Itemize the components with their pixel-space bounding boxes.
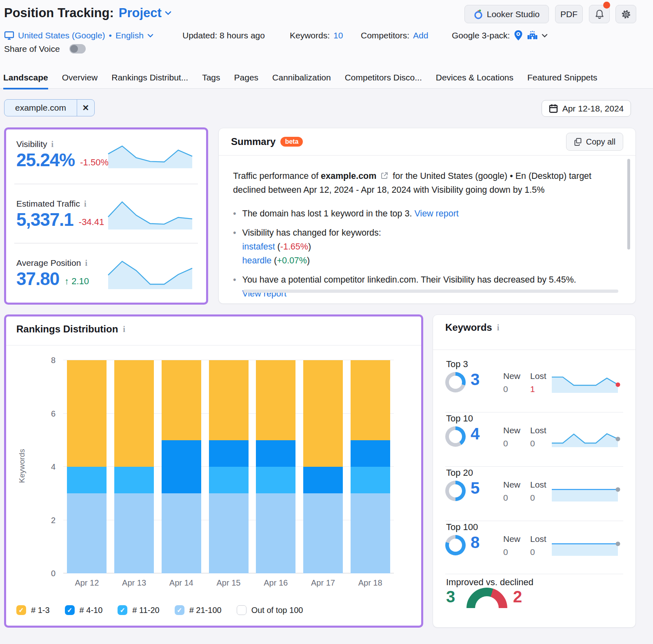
project-selector[interactable]: Project [119,6,171,20]
bar-column-apr-16[interactable] [256,360,295,573]
summary-body: Traffic performance of example.com for t… [233,169,607,306]
tab-overview[interactable]: Overview [62,73,98,89]
y-axis-ticks: 02468 [41,360,59,573]
bar-segment[interactable] [209,493,249,573]
bar-segment[interactable] [162,440,201,494]
traffic-label: Estimated Traffic [16,199,80,209]
keyword-change-negative: -1.65% [280,242,308,252]
bar-segment[interactable] [256,467,295,493]
location-link[interactable]: United States (Google) [18,31,105,40]
bar-segment[interactable] [209,440,249,467]
info-icon[interactable]: i [51,140,53,149]
summary-scrollbar-horizontal[interactable] [243,290,618,293]
bar-segment[interactable] [303,493,343,573]
business-building-icon[interactable] [527,30,538,41]
keyword-range-label: Top 10 [446,413,473,424]
bar-column-apr-14[interactable] [162,360,201,573]
bar-segment[interactable] [351,360,390,440]
info-icon[interactable]: i [497,323,500,332]
unchecked-checkbox-icon[interactable] [237,605,247,615]
updated-text: Updated: 8 hours ago [182,31,265,40]
donut-hole [449,484,462,497]
tab-devices-locations[interactable]: Devices & Locations [436,73,513,89]
bar-segment[interactable] [256,440,295,467]
legend-label: # 21-100 [189,606,222,615]
info-icon[interactable]: i [84,199,87,209]
bar-segment[interactable] [303,467,343,493]
bar-column-apr-15[interactable] [209,360,249,573]
bar-segment[interactable] [162,360,201,440]
bar-segment[interactable] [256,360,295,440]
pdf-button[interactable]: PDF [555,5,583,23]
checked-checkbox-icon[interactable]: ✓ [65,605,75,615]
external-link-icon[interactable] [380,172,389,180]
summary-scrollbar-vertical[interactable] [627,159,630,250]
tab-cannibalization[interactable]: Cannibalization [272,73,331,89]
bar-segment[interactable] [67,467,107,493]
bar-segment[interactable] [67,360,107,467]
keyword-link-instafest[interactable]: instafest [242,242,275,252]
bar-segment[interactable] [209,467,249,493]
copy-all-button[interactable]: Copy all [566,133,623,151]
bar-segment[interactable] [303,360,343,467]
checked-checkbox-icon[interactable]: ✓ [16,605,26,615]
bar-segment[interactable] [114,360,154,467]
summary-intro: Traffic performance of example.com for t… [233,169,607,197]
lost-value: 0 [530,493,535,503]
looker-studio-button[interactable]: Looker Studio [464,5,549,23]
bar-segment[interactable] [114,493,154,573]
tab-competitors-discovery[interactable]: Competitors Disco... [345,73,422,89]
visibility-label-row: Visibility i [16,139,53,149]
bar-column-apr-13[interactable] [114,360,154,573]
checked-checkbox-icon[interactable]: ✓ [175,605,184,615]
language-link[interactable]: English [115,31,144,40]
add-competitors-link[interactable]: Add [413,31,428,40]
bar-segment[interactable] [351,467,390,493]
bar-segment[interactable] [114,467,154,493]
info-icon[interactable]: i [123,325,125,334]
tab-tags[interactable]: Tags [202,73,220,89]
chevron-down-icon[interactable] [542,34,548,38]
rankings-legend: ✓# 1-3✓# 4-10✓# 11-20✓# 21-100Out of top… [16,605,303,615]
tab-pages[interactable]: Pages [234,73,259,89]
bar-column-apr-18[interactable] [351,360,390,573]
bar-segment[interactable] [67,493,107,573]
domain-filter-chip[interactable]: example.com ✕ [4,99,95,116]
legend-item[interactable]: ✓# 4-10 [65,605,103,615]
legend-item[interactable]: ✓# 1-3 [16,605,50,615]
settings-button[interactable] [615,5,636,23]
info-icon[interactable]: i [85,258,87,268]
bar-column-apr-12[interactable] [67,360,107,573]
legend-item[interactable]: ✓# 21-100 [175,605,222,615]
legend-item[interactable]: Out of top 100 [237,605,303,615]
improved-declined-label: Improved vs. declined [446,577,533,588]
x-tick-label: Apr 18 [346,578,395,588]
target-selector[interactable]: United States (Google) • English [4,30,153,41]
bar-segment[interactable] [209,360,249,440]
tab-featured-snippets[interactable]: Featured Snippets [527,73,597,89]
keyword-link-heardle[interactable]: heardle [242,256,272,265]
bar-segment[interactable] [256,493,295,573]
visibility-label: Visibility [16,139,47,149]
share-of-voice-toggle[interactable] [69,44,86,53]
keyword-trend-sparkline [551,372,622,393]
legend-item[interactable]: ✓# 11-20 [118,605,159,615]
checked-checkbox-icon[interactable]: ✓ [118,605,127,615]
y-tick-label: 8 [51,356,56,365]
tab-landscape[interactable]: Landscape [3,73,48,89]
location-pin-icon[interactable] [513,30,523,41]
keywords-count-link[interactable]: 10 [333,31,343,40]
summary-header: Summary beta Copy all [219,128,635,156]
tab-rankings-distribution[interactable]: Rankings Distribut... [111,73,188,89]
bar-column-apr-17[interactable] [303,360,343,573]
bar-segment[interactable] [351,493,390,573]
bar-segment[interactable] [351,440,390,467]
remove-filter-icon[interactable]: ✕ [77,100,94,116]
view-report-link[interactable]: View report [414,209,458,218]
bullet-dot: • [233,226,236,267]
summary-bullet-2: • Visibility has changed for keywords: i… [233,226,607,267]
date-range-picker[interactable]: Apr 12-18, 2024 [542,100,631,117]
summary-bullet-list: • The domain has lost 1 keyword in the t… [233,207,607,301]
bar-segment[interactable] [162,493,201,573]
keyword-donut [445,372,466,392]
